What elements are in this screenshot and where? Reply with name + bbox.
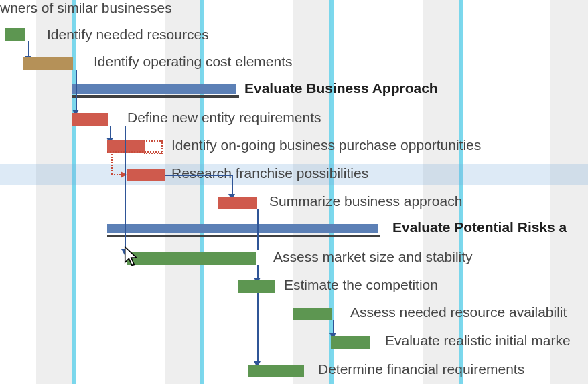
dependency-link — [165, 175, 232, 176]
task-label: Summarize business approach — [269, 193, 462, 209]
dependency-link — [111, 154, 113, 174]
task-label: Determine financial requirements — [318, 361, 524, 377]
gridline — [459, 0, 463, 384]
summary-label: Evaluate Potential Risks a — [392, 219, 567, 235]
task-bar[interactable] — [331, 336, 370, 349]
task-bar[interactable] — [23, 57, 73, 70]
task-bar[interactable] — [127, 169, 165, 181]
task-label: Evaluate realistic initial marke — [385, 332, 571, 349]
dependency-link — [111, 174, 121, 175]
task-label: Estimate the competition — [284, 277, 438, 293]
task-label: Assess needed resource availabilit — [350, 304, 567, 320]
cursor-icon — [123, 246, 141, 268]
task-label: Identify on-going business purchase oppo… — [171, 137, 481, 153]
task-bar[interactable] — [72, 113, 108, 126]
dependency-link — [257, 293, 259, 362]
task-bar[interactable] — [5, 28, 25, 41]
task-bar[interactable] — [293, 308, 332, 320]
dependency-link — [28, 41, 29, 56]
dependency-link — [76, 70, 77, 110]
dependency-link — [257, 209, 259, 250]
summary-under — [72, 95, 239, 98]
task-label: Assess market size and stability — [273, 249, 473, 265]
nonworking-col — [293, 0, 331, 384]
task-bar[interactable] — [238, 280, 275, 293]
dependency-link — [125, 126, 126, 250]
task-label: Identify needed resources — [47, 27, 209, 43]
task-label: Research franchise possibilities — [171, 165, 368, 181]
summary-under — [107, 235, 380, 237]
summary-bar[interactable] — [107, 224, 378, 233]
dependency-link — [257, 265, 259, 278]
dependency-link — [110, 126, 111, 138]
summary-label: Evaluate Business Approach — [244, 80, 438, 96]
dependency-link — [232, 175, 233, 195]
dependency-link — [333, 320, 334, 334]
nonworking-col — [550, 0, 588, 384]
task-bar[interactable] — [248, 365, 304, 377]
progress-dotted — [144, 140, 163, 154]
task-bar[interactable] — [127, 252, 256, 265]
summary-bar[interactable] — [72, 84, 236, 94]
task-label: Define new entity requirements — [127, 110, 321, 126]
task-bar[interactable] — [218, 197, 257, 209]
task-label: Identify operating cost elements — [94, 54, 293, 70]
task-label: wners of similar businesses — [0, 0, 172, 16]
nonworking-col — [423, 0, 461, 384]
gantt-chart[interactable]: wners of similar businesses Identify nee… — [0, 0, 588, 384]
